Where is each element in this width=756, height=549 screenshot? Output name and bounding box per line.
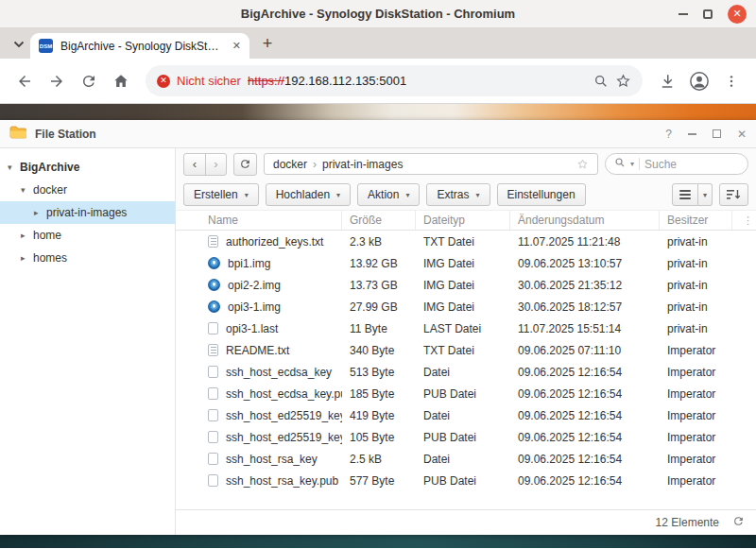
toolbar-button-label: Extras bbox=[437, 188, 469, 201]
minimize-icon[interactable] bbox=[679, 13, 688, 15]
new-tab-button[interactable]: + bbox=[255, 31, 280, 56]
table-row[interactable]: README.txt340 ByteTXT Datei09.06.2025 07… bbox=[176, 339, 756, 361]
column-header-size[interactable]: Größe bbox=[342, 211, 416, 230]
toolbar-button-aktion[interactable]: Aktion▾ bbox=[357, 183, 420, 206]
breadcrumb-item[interactable]: privat-in-images bbox=[322, 158, 403, 171]
help-icon[interactable]: ? bbox=[665, 128, 672, 141]
breadcrumb[interactable]: docker›privat-in-images bbox=[264, 153, 598, 175]
file-station-body: ▾BigArchive▾docker▸privat-in-images▸home… bbox=[0, 148, 756, 535]
breadcrumb-star-icon[interactable] bbox=[576, 158, 589, 170]
file-table-header: Name Größe Dateityp Änderungsdatum Besit… bbox=[176, 210, 756, 231]
caret-right-icon[interactable]: ▸ bbox=[21, 231, 33, 240]
column-header-owner[interactable]: Besitzer bbox=[660, 211, 732, 230]
toolbar-button-label: Hochladen bbox=[276, 188, 330, 201]
sort-button[interactable] bbox=[719, 183, 748, 206]
home-icon[interactable] bbox=[106, 66, 136, 96]
reload-icon[interactable] bbox=[74, 66, 104, 96]
fs-toolbar-row: Erstellen▾Hochladen▾Aktion▾Extras▾Einste… bbox=[176, 180, 756, 210]
caret-down-icon[interactable]: ▾ bbox=[8, 163, 20, 172]
toolbar-button-extras[interactable]: Extras▾ bbox=[426, 183, 490, 206]
file-name: ssh_host_rsa_key.pub bbox=[226, 474, 338, 488]
url-text[interactable]: https://192.168.112.135:5001 bbox=[248, 74, 406, 88]
table-row[interactable]: ssh_host_ecdsa_key.pub185 BytePUB Datei0… bbox=[176, 383, 756, 404]
sidebar-item-docker[interactable]: ▾docker bbox=[0, 179, 175, 201]
nav-refresh-button[interactable] bbox=[233, 153, 257, 176]
toolbar-button-einstellungen[interactable]: Einstellungen bbox=[497, 183, 586, 206]
file-station-header[interactable]: File Station ? ✕ bbox=[0, 120, 756, 148]
table-row[interactable]: opi3-1.img27.99 GBIMG Datei30.06.2025 18… bbox=[176, 296, 756, 317]
caret-down-icon[interactable]: ▾ bbox=[21, 185, 33, 195]
column-header-modified[interactable]: Änderungsdatum bbox=[510, 211, 660, 230]
browser-tab[interactable]: DSM BigArchive - Synology DiskStation ✕ bbox=[30, 33, 249, 59]
table-row[interactable]: authorized_keys.txt2.3 kBTXT Datei11.07.… bbox=[176, 231, 756, 252]
cell-name: ssh_host_ecdsa_key bbox=[176, 366, 342, 379]
tab-search-chevron-icon[interactable] bbox=[8, 32, 30, 57]
column-header-name[interactable]: Name bbox=[176, 211, 342, 230]
cell-size: 105 Byte bbox=[342, 431, 416, 444]
disk-image-icon bbox=[208, 300, 220, 313]
search-box[interactable]: ▾ Suche bbox=[605, 153, 748, 175]
table-row[interactable]: ssh_host_rsa_key2.5 kBDatei09.06.2025 12… bbox=[176, 448, 756, 470]
chevron-down-icon: ▾ bbox=[703, 191, 707, 199]
column-header-type[interactable]: Dateityp bbox=[416, 211, 510, 230]
menu-dots-icon[interactable] bbox=[716, 66, 747, 96]
toolbar-button-erstellen[interactable]: Erstellen▾ bbox=[183, 183, 259, 206]
cell-type: Datei bbox=[416, 453, 510, 466]
caret-right-icon[interactable]: ▸ bbox=[34, 208, 46, 217]
cell-size: 2.5 kB bbox=[342, 453, 416, 466]
not-secure-icon[interactable]: ✕ bbox=[157, 75, 170, 88]
sidebar-item-home[interactable]: ▸home bbox=[0, 224, 175, 247]
cell-type: IMG Datei bbox=[416, 279, 510, 292]
breadcrumb-item[interactable]: docker bbox=[273, 158, 307, 171]
back-icon[interactable] bbox=[9, 66, 40, 96]
search-icon bbox=[614, 157, 626, 171]
table-row[interactable]: opi2-2.img13.73 GBIMG Datei30.06.2025 21… bbox=[176, 274, 756, 296]
nav-back-button[interactable]: ‹ bbox=[184, 154, 205, 175]
text-file-icon bbox=[208, 235, 218, 248]
forward-icon[interactable] bbox=[42, 66, 72, 96]
tab-strip: DSM BigArchive - Synology DiskStation ✕ … bbox=[0, 28, 756, 59]
cell-size: 419 Byte bbox=[342, 409, 416, 422]
profile-avatar-icon[interactable] bbox=[684, 66, 714, 96]
not-secure-label[interactable]: Nicht sicher bbox=[177, 74, 241, 88]
cell-owner: privat-in bbox=[660, 322, 732, 335]
sidebar-item-privat-in-images[interactable]: ▸privat-in-images bbox=[0, 201, 175, 224]
caret-right-icon[interactable]: ▸ bbox=[21, 253, 33, 263]
tab-close-icon[interactable]: ✕ bbox=[232, 40, 241, 52]
app-close-icon[interactable]: ✕ bbox=[737, 128, 747, 141]
status-refresh-icon[interactable] bbox=[732, 515, 745, 530]
view-mode-list-button[interactable] bbox=[672, 183, 698, 206]
cell-type: IMG Datei bbox=[416, 257, 510, 270]
table-row[interactable]: ssh_host_ed25519_key...105 BytePUB Datei… bbox=[176, 426, 756, 448]
sidebar-item-homes[interactable]: ▸homes bbox=[0, 247, 175, 269]
cell-size: 185 Byte bbox=[342, 387, 416, 401]
breadcrumb-separator: › bbox=[313, 158, 317, 171]
file-icon bbox=[208, 409, 218, 421]
toolbar-button-hochladen[interactable]: Hochladen▾ bbox=[266, 183, 351, 206]
close-icon[interactable]: ✕ bbox=[728, 5, 747, 24]
bookmark-star-icon[interactable] bbox=[615, 73, 631, 89]
table-row[interactable]: ssh_host_rsa_key.pub577 BytePUB Datei09.… bbox=[176, 470, 756, 491]
table-row[interactable]: ssh_host_ed25519_key419 ByteDatei09.06.2… bbox=[176, 404, 756, 426]
file-name: ssh_host_ecdsa_key bbox=[226, 366, 332, 379]
cell-modified: 09.06.2025 07:11:10 bbox=[510, 344, 660, 357]
app-minimize-icon[interactable] bbox=[688, 133, 696, 135]
table-row[interactable]: opi3-1.last11 ByteLAST Datei11.07.2025 1… bbox=[176, 317, 756, 339]
table-row[interactable]: ssh_host_ecdsa_key513 ByteDatei09.06.202… bbox=[176, 361, 756, 383]
table-row[interactable]: bpi1.img13.92 GBIMG Datei09.06.2025 13:1… bbox=[176, 252, 756, 274]
zoom-icon[interactable] bbox=[593, 74, 609, 89]
sidebar-item-label: docker bbox=[33, 183, 67, 197]
view-mode-chevron-button[interactable]: ▾ bbox=[698, 183, 713, 206]
sidebar-item-bigarchive[interactable]: ▾BigArchive bbox=[0, 156, 175, 179]
address-bar[interactable]: ✕ Nicht sicher https://192.168.112.135:5… bbox=[146, 65, 643, 96]
search-scope-chevron-icon[interactable]: ▾ bbox=[630, 160, 634, 168]
nav-forward-button[interactable]: › bbox=[205, 154, 226, 175]
column-overflow-icon[interactable]: ⋮ bbox=[732, 211, 756, 230]
file-station-controls: ? ✕ bbox=[665, 128, 747, 141]
downloads-icon[interactable] bbox=[652, 66, 682, 96]
toolbar-button-label: Aktion bbox=[368, 188, 399, 201]
cell-name: ssh_host_ed25519_key bbox=[176, 409, 342, 422]
list-view-icon bbox=[679, 190, 691, 199]
app-maximize-icon[interactable] bbox=[713, 129, 721, 138]
maximize-icon[interactable] bbox=[703, 9, 713, 19]
